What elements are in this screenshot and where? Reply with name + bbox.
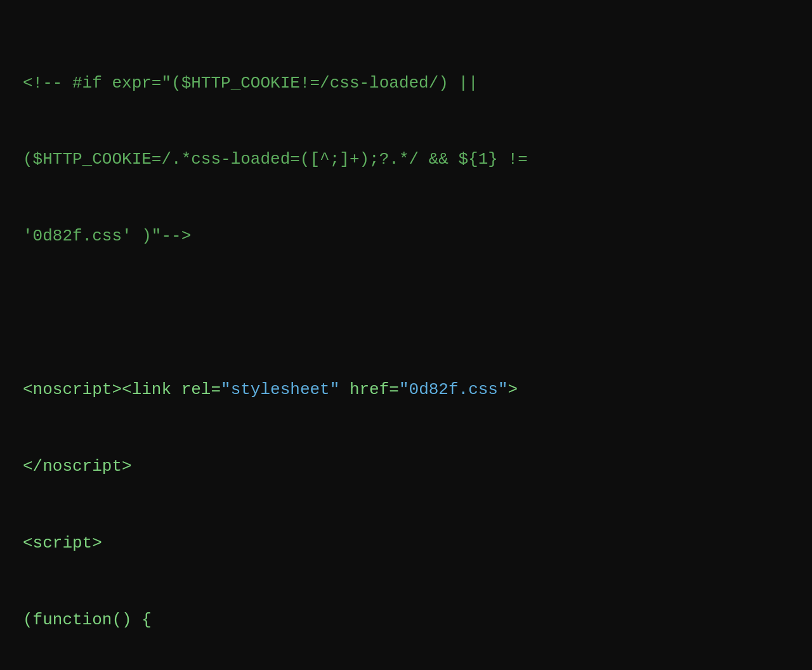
comment-line-2: ($HTTP_COOKIE=/.*css-loaded=([^;]+);?.*/…	[23, 147, 789, 172]
code-viewer: <!-- #if expr="($HTTP_COOKIE!=/css-loade…	[23, 19, 789, 670]
noscript-close: </noscript>	[23, 454, 789, 479]
iife-open: (function() {	[23, 607, 789, 633]
comment-line-1: <!-- #if expr="($HTTP_COOKIE!=/css-loade…	[23, 70, 789, 96]
noscript-open: <noscript><link rel="stylesheet" href="0…	[23, 377, 789, 402]
script-open: <script>	[23, 530, 789, 556]
comment-line-3: '0d82f.css' )"-->	[23, 223, 789, 249]
